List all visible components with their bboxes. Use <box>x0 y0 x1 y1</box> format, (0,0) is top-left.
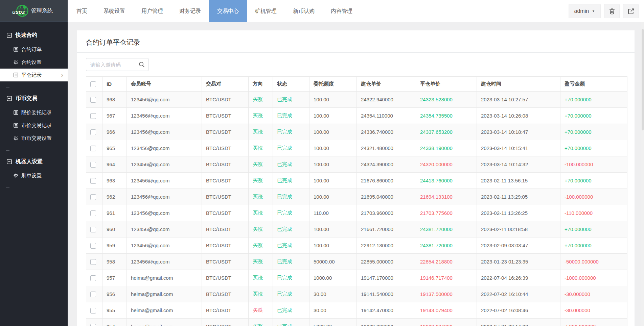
sidebar-menu: 快速合约合约订单合约设置平仓记录›币币交易限价委托记录市价交易记录币币交易设置机… <box>0 28 68 188</box>
sidebar-item[interactable]: 市价交易记录 <box>0 119 68 132</box>
scrollbar-thumb[interactable] <box>642 29 644 130</box>
table-cell: 24320.000000 <box>416 156 477 173</box>
table-cell: BTC/USDT <box>202 319 249 326</box>
nav-item-1[interactable]: 首页 <box>68 0 95 22</box>
table-cell: 100.00 <box>309 140 357 156</box>
list-icon <box>14 47 18 52</box>
row-checkbox[interactable] <box>90 308 96 314</box>
nav-item-7[interactable]: 新币认购 <box>285 0 323 22</box>
table-cell: -30.000000 <box>560 286 627 302</box>
nav-item-3[interactable]: 用户管理 <box>133 0 171 22</box>
table-cell: 买涨 <box>249 319 273 326</box>
table-cell: heima@gmail.com <box>127 286 202 302</box>
table-cell: 100.00 <box>309 189 357 205</box>
table-cell: 962 <box>102 189 127 205</box>
table-cell: -5000.000000 <box>560 319 627 326</box>
nav-item-5[interactable]: 交易中心 <box>209 0 247 22</box>
content-card: 合约订单平仓记录 ID会员账号交易对方向状态委托额度建仓 <box>77 30 635 326</box>
column-header: 建仓单价 <box>357 77 416 92</box>
sidebar-divider <box>6 87 9 87</box>
table-cell: 24381.720000 <box>416 221 477 237</box>
logout-button[interactable] <box>623 4 639 18</box>
table-cell: 123456@qq.com <box>127 92 202 108</box>
table-cell: 已完成 <box>273 205 309 221</box>
sidebar-divider <box>6 187 9 188</box>
sidebar-item[interactable]: 合约订单 <box>0 43 68 56</box>
nav-item-6[interactable]: 矿机管理 <box>247 0 285 22</box>
table-cell: 19141.540000 <box>357 286 416 302</box>
sidebar-item[interactable]: 合约设置 <box>0 56 68 69</box>
table-row: 962123456@qq.comBTC/USDT买涨已完成100.0021695… <box>86 189 627 205</box>
table-cell <box>86 156 102 173</box>
table-cell: 21703.960000 <box>357 205 416 221</box>
table-cell: 已完成 <box>273 302 309 319</box>
sidebar-item[interactable]: 平仓记录› <box>0 69 68 81</box>
table-cell: -50000.000000 <box>560 254 627 270</box>
table-cell: -30.000000 <box>560 302 627 319</box>
table-cell <box>86 302 102 319</box>
row-checkbox[interactable] <box>90 178 96 184</box>
list-icon <box>14 123 18 128</box>
admin-dropdown[interactable]: admin ▼ <box>569 4 601 18</box>
sidebar-section-2[interactable]: 币币交易 <box>0 91 68 106</box>
table-cell: 已完成 <box>273 140 309 156</box>
table-cell: BTC/USDT <box>202 189 249 205</box>
sidebar-section-1[interactable]: 快速合约 <box>0 28 68 43</box>
column-header: 委托额度 <box>309 77 357 92</box>
column-header: 状态 <box>273 77 309 92</box>
row-checkbox[interactable] <box>90 292 96 297</box>
table-cell: 买涨 <box>249 237 273 254</box>
table-cell: 2022-07-02 16:10:44 <box>477 286 560 302</box>
row-checkbox[interactable] <box>90 227 96 232</box>
row-checkbox[interactable] <box>90 275 96 281</box>
nav-item-2[interactable]: 系统设置 <box>95 0 133 22</box>
table-cell: 已完成 <box>273 270 309 286</box>
row-checkbox[interactable] <box>90 259 96 265</box>
table-cell: +70.000000 <box>560 92 627 108</box>
header-actions: admin ▼ <box>569 0 644 22</box>
table-cell: 954 <box>102 319 127 326</box>
table-cell: 19142.470000 <box>357 302 416 319</box>
table-cell: 24338.190000 <box>416 140 477 156</box>
search-icon[interactable] <box>138 61 145 68</box>
clear-cache-button[interactable] <box>604 4 620 18</box>
table-cell: +70.000000 <box>560 173 627 189</box>
logo[interactable]: USDZ 管理系统 <box>0 0 68 22</box>
row-checkbox[interactable] <box>90 243 96 249</box>
table-cell: 123456@qq.com <box>127 237 202 254</box>
table-cell: 买涨 <box>249 221 273 237</box>
table-cell: 2022-07-02 16:08:46 <box>477 302 560 319</box>
select-all-checkbox[interactable] <box>90 81 96 87</box>
table-row: 960123456@qq.comBTC/USDT买涨已完成100.0021661… <box>86 221 627 237</box>
nav-item-8[interactable]: 内容管理 <box>323 0 361 22</box>
table-cell: 100.00 <box>309 92 357 108</box>
table-cell: 24323.528000 <box>416 92 477 108</box>
sidebar-item[interactable]: 限价委托记录 <box>0 106 68 119</box>
row-checkbox[interactable] <box>90 129 96 135</box>
table-row: 964123456@qq.comBTC/USDT买涨已完成100.0024324… <box>86 156 627 173</box>
page-scrollbar[interactable] <box>641 22 644 326</box>
row-checkbox[interactable] <box>90 97 96 103</box>
row-checkbox[interactable] <box>90 324 96 326</box>
sidebar-item[interactable]: 刷单设置 <box>0 169 68 182</box>
nav-item-4[interactable]: 财务记录 <box>171 0 209 22</box>
table-cell: 956 <box>102 286 127 302</box>
search-box <box>86 58 149 71</box>
table-body: 968123456@qq.comBTC/USDT买涨已完成100.0024322… <box>86 92 627 326</box>
sidebar-section-3[interactable]: 机器人设置 <box>0 154 68 169</box>
table-cell: 966 <box>102 124 127 140</box>
row-checkbox[interactable] <box>90 194 96 200</box>
table-cell: 968 <box>102 92 127 108</box>
table-cell: 19146.717400 <box>416 270 477 286</box>
sidebar-item[interactable]: 币币交易设置 <box>0 132 68 145</box>
row-checkbox[interactable] <box>90 113 96 119</box>
minus-square-icon <box>7 96 12 101</box>
table-cell: 19147.170000 <box>357 270 416 286</box>
table-cell: 2023-02-09 03:03:47 <box>477 237 560 254</box>
row-checkbox[interactable] <box>90 210 96 216</box>
row-checkbox[interactable] <box>90 162 96 168</box>
row-checkbox[interactable] <box>90 146 96 151</box>
caret-down-icon: ▼ <box>592 9 595 13</box>
table-row: 959123456@qq.comBTC/USDT买涨已完成100.0022912… <box>86 237 627 254</box>
table-cell: +70.000000 <box>560 140 627 156</box>
